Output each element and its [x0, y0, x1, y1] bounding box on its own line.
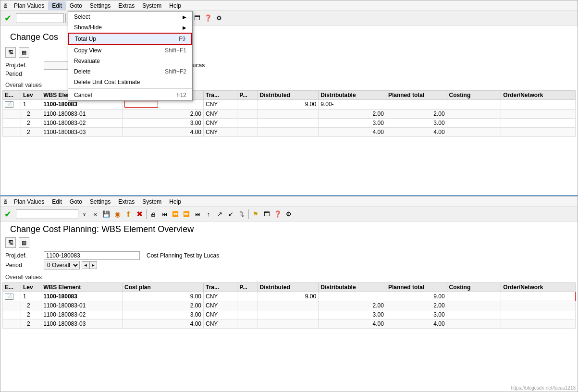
th-tra: Tra...	[203, 91, 237, 100]
period-label: Period	[5, 71, 44, 77]
bottom-dropdown-btn[interactable]: ∨	[79, 209, 89, 220]
menu-goto[interactable]: Goto	[66, 1, 86, 10]
bottom-table-btn[interactable]: ▦	[19, 237, 29, 248]
bottom-th-lev: Lev	[21, 283, 41, 292]
bottom-cell-planned: 9.00	[386, 292, 447, 301]
bottom-cell-p	[237, 292, 258, 301]
cell-e	[3, 109, 21, 118]
menu-extras[interactable]: Extras	[114, 1, 138, 10]
bottom-panel: 🖥 Plan Values Edit Goto Settings Extras …	[0, 196, 578, 392]
th-p: P...	[237, 91, 258, 100]
bottom-menubar: 🖥 Plan Values Edit Goto Settings Extras …	[0, 196, 578, 207]
bottom-menu-settings[interactable]: Settings	[86, 197, 114, 206]
bottom-hierarchy-btn[interactable]: 🏗	[5, 237, 16, 248]
bottom-cell-distb: 3.00	[319, 310, 386, 319]
cell-p	[237, 127, 258, 136]
cell-lev: 2	[21, 118, 41, 127]
cell-cost: 3.00	[123, 118, 204, 127]
cell-dist	[258, 109, 319, 118]
menu-delete[interactable]: Delete Shift+F2	[68, 66, 192, 77]
bottom-window-btn[interactable]: 🗔	[261, 209, 272, 220]
toolbar-input[interactable]	[16, 13, 64, 23]
help-btn[interactable]: ❓	[203, 13, 213, 24]
cell-cost: 2.00	[123, 109, 204, 118]
bottom-toolbar-input[interactable]	[16, 209, 78, 219]
bottom-floppy-btn[interactable]: 💾	[101, 209, 111, 220]
menu-show-hide-label: Show/Hide	[74, 24, 102, 31]
bottom-menu-help[interactable]: Help	[165, 197, 185, 206]
bottom-menu-edit[interactable]: Edit	[48, 197, 66, 206]
cell-cost[interactable]	[123, 100, 204, 110]
menu-total-up[interactable]: Total Up F9	[68, 33, 192, 45]
bottom-menu-plan-values[interactable]: Plan Values	[10, 197, 48, 206]
bottom-sep1	[146, 209, 147, 219]
bottom-nav-double-left[interactable]: «	[90, 209, 100, 220]
menu-system[interactable]: System	[138, 1, 165, 10]
menu-select[interactable]: Select ▶	[68, 12, 192, 22]
menu-show-hide[interactable]: Show/Hide ▶	[68, 22, 192, 33]
menu-total-up-shortcut: F9	[179, 36, 185, 42]
menu-revaluate-label: Revaluate	[74, 58, 100, 64]
menu-revaluate[interactable]: Revaluate	[68, 56, 192, 66]
bottom-help-btn[interactable]: ❓	[272, 209, 283, 220]
bottom-gear-btn[interactable]: ⚙	[283, 209, 294, 220]
menu-copy-view[interactable]: Copy View Shift+F1	[68, 45, 192, 56]
bottom-cell-wbs: 1100-180083-03	[41, 319, 123, 329]
bottom-print-btn[interactable]: 🖨	[148, 209, 159, 220]
menu-select-arrow: ▶	[183, 14, 186, 20]
bottom-swap-btn[interactable]: ⇅	[236, 209, 247, 220]
window-btn[interactable]: 🗔	[192, 13, 202, 24]
menu-cancel-label: Cancel	[74, 92, 92, 98]
bottom-cell-planned: 4.00	[386, 319, 447, 329]
bottom-period-select[interactable]: 0 Overall	[44, 261, 80, 270]
bottom-orange-up-btn[interactable]: ⬆	[123, 209, 134, 220]
cell-p	[237, 109, 258, 118]
table-btn[interactable]: ▦	[19, 47, 29, 58]
cell-order	[501, 109, 576, 118]
bottom-period-next[interactable]: ►	[89, 261, 97, 269]
menu-help[interactable]: Help	[165, 1, 185, 10]
bottom-data-table: E... Lev WBS Element Cost plan Tra... P.…	[2, 282, 576, 329]
bottom-menu-system[interactable]: System	[138, 197, 165, 206]
bottom-cell-lev: 2	[21, 301, 41, 310]
bottom-th-order: Order/Network	[501, 283, 576, 292]
bottom-up-arrow-btn[interactable]: ↑	[203, 209, 214, 220]
bottom-nav-prev[interactable]: ⏪	[170, 209, 181, 220]
menu-settings[interactable]: Settings	[86, 1, 114, 10]
menu-delete-unit[interactable]: Delete Unit Cost Estimate	[68, 77, 192, 87]
bottom-period-prev[interactable]: ◄	[82, 261, 89, 269]
green-check-btn[interactable]: ✔	[2, 13, 13, 24]
bottom-red-x-btn[interactable]: ✖	[134, 209, 145, 220]
cell-order	[501, 127, 576, 136]
bottom-proj-input[interactable]	[44, 251, 140, 260]
menu-cancel[interactable]: Cancel F12	[68, 90, 192, 100]
bottom-cell-planned: 3.00	[386, 310, 447, 319]
bottom-menu-extras[interactable]: Extras	[114, 197, 138, 206]
hierarchy-btn[interactable]: 🏗	[5, 47, 16, 58]
bottom-orange-circle-back[interactable]: ◉	[112, 209, 123, 220]
menu-edit[interactable]: Edit	[48, 1, 66, 10]
bottom-nav-next[interactable]: ⏩	[181, 209, 192, 220]
gear-btn[interactable]: ⚙	[214, 13, 224, 24]
cell-distb: 2.00	[319, 109, 386, 118]
bottom-nav-next-next[interactable]: ⏭	[192, 209, 203, 220]
cell-e	[3, 127, 21, 136]
bottom-flag-btn[interactable]: ⚑	[250, 209, 261, 220]
cell-costing	[447, 127, 501, 136]
bottom-cell-distb: 4.00	[319, 319, 386, 329]
cell-wbs: 1100-180083-03	[41, 127, 123, 136]
bottom-nav-prev-prev[interactable]: ⏮	[159, 209, 170, 220]
bottom-cell-planned: 2.00	[386, 301, 447, 310]
bottom-down-open-btn[interactable]: ↙	[225, 209, 236, 220]
bottom-cell-order[interactable]	[501, 292, 576, 301]
bottom-cell-tra: CNY	[203, 301, 237, 310]
bottom-cell-tra: CNY	[203, 319, 237, 329]
bottom-up-open-btn[interactable]: ↗	[214, 209, 225, 220]
menu-total-up-label: Total Up	[75, 36, 96, 42]
bottom-cell-wbs: 1100-180083	[41, 292, 123, 301]
cell-lev: 1	[21, 100, 41, 110]
bottom-menu-goto[interactable]: Goto	[66, 197, 86, 206]
bottom-table-row: 📄 1 1100-180083 9.00 CNY 9.00 9.00	[3, 292, 576, 301]
bottom-green-check-btn[interactable]: ✔	[2, 209, 13, 220]
menu-plan-values[interactable]: Plan Values	[10, 1, 48, 10]
